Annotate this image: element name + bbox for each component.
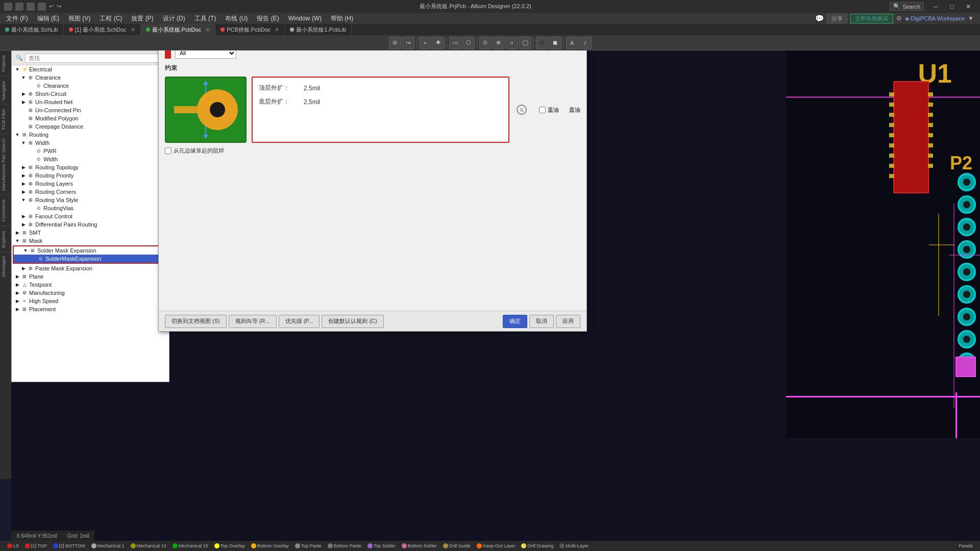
redo-icon[interactable]: ↪ (57, 3, 61, 10)
poly-btn[interactable]: ⬡ (462, 37, 475, 49)
expand-arrow[interactable]: ▶ (20, 181, 27, 186)
tree-width-item[interactable]: ⊙ Width (12, 155, 169, 163)
test-btn[interactable]: ≈ (506, 37, 518, 49)
menu-place[interactable]: 放置 (P) (127, 13, 157, 24)
layer-keep-out[interactable]: Keep-Out Layer (474, 541, 519, 551)
soldermask-checkbox-1[interactable] (539, 107, 546, 113)
chat-icon[interactable]: 💬 (815, 14, 824, 22)
add-btn[interactable]: + (419, 37, 431, 49)
tree-testpoint[interactable]: ▶ △ Testpoint (12, 281, 169, 289)
nav-mfr-search[interactable]: Manufacturer Part Search (0, 134, 11, 195)
expand-arrow[interactable]: ▶ (20, 91, 27, 96)
tree-routing-topology[interactable]: ▶ ⊞ Routing Topology (12, 163, 169, 171)
expand-icon[interactable]: ▼ (968, 15, 974, 22)
nav-pcb-filter[interactable]: PCB Filter (0, 104, 11, 134)
tree-placement[interactable]: ▶ ⊞ Placement (12, 305, 169, 313)
cancel-button[interactable]: 取消 (529, 315, 554, 328)
tree-manufacturing[interactable]: ▶ ⚙ Manufacturing (12, 289, 169, 297)
expand-arrow[interactable]: ▼ (22, 248, 29, 253)
tree-high-speed[interactable]: ▶ ≈ High Speed (12, 297, 169, 305)
tree-electrical[interactable]: ▼ ⚡ Electrical (12, 65, 169, 73)
expand-arrow[interactable]: ▶ (20, 189, 27, 194)
tree-short-circuit[interactable]: ▶ ⊞ Short-Circuit (12, 90, 169, 98)
nav-comments[interactable]: Comments (0, 195, 11, 226)
settings-icon[interactable]: ⚙ (896, 15, 902, 22)
buy-button[interactable]: 立即在线购买 (850, 14, 893, 23)
ok-button[interactable]: 确定 (503, 315, 527, 328)
layer-1-top[interactable]: [1] TOP (22, 541, 50, 551)
filter-btn[interactable]: ⊘ (389, 37, 401, 49)
tab-pcbpinboard[interactable]: PCB拼板.PcbDoc ✕ (215, 24, 285, 35)
expand-arrow[interactable]: ▶ (20, 214, 27, 219)
expand-arrow[interactable]: ▶ (20, 266, 27, 271)
menu-project[interactable]: 工程 (C) (95, 13, 126, 24)
layer-bottom-paste[interactable]: Bottom Paste (325, 541, 364, 551)
expand-arrow[interactable]: ▼ (20, 75, 27, 80)
tab-schlib[interactable]: 最小系统板.SchLib (0, 24, 64, 35)
menu-view[interactable]: 视图 (V) (64, 13, 94, 24)
layer-bottom-overlay[interactable]: Bottom Overlay (248, 541, 292, 551)
tree-routing[interactable]: ▼ ⊞ Routing (12, 131, 169, 139)
expand-arrow[interactable]: ▶ (14, 307, 21, 312)
expand-arrow[interactable]: ▼ (14, 238, 21, 243)
menu-tools[interactable]: 工具 (T) (190, 13, 220, 24)
layer-top-paste[interactable]: Top Paste (292, 541, 325, 551)
menu-window[interactable]: Window (W) (284, 14, 326, 23)
tab-close[interactable]: ✕ (275, 27, 279, 33)
tree-routing-layers[interactable]: ▶ ⊞ Routing Layers (12, 180, 169, 188)
expand-arrow[interactable]: ▼ (14, 67, 21, 72)
undo-icon[interactable]: ↩ (49, 3, 54, 10)
menu-file[interactable]: 文件 (F) (2, 13, 32, 24)
priority-button[interactable]: 优先级 (P... (279, 315, 320, 328)
tab-close[interactable]: ✕ (205, 27, 210, 33)
tree-routing-via-style[interactable]: ▼ ⊞ Routing Via Style (12, 196, 169, 204)
tree-soldermaskexpansion[interactable]: ⊙ SolderMaskExpansion (14, 255, 167, 263)
minimize-button[interactable]: ─ (928, 0, 943, 13)
rect-btn[interactable]: ▭ (449, 37, 461, 49)
drc-btn[interactable]: ⬛ (536, 37, 548, 49)
menu-help[interactable]: 帮助 (H) (327, 13, 357, 24)
share-button[interactable]: 分享 (827, 14, 847, 23)
search-bar[interactable]: 🔍 Search (890, 2, 924, 11)
tree-plane[interactable]: ▶ ⊞ Plane (12, 272, 169, 281)
tree-fanout-control[interactable]: ▶ ⊞ Fanout Control (12, 212, 169, 220)
panels-button[interactable]: Panels (955, 541, 976, 551)
layer-ls[interactable]: LS (4, 541, 22, 551)
layer-drill-guide[interactable]: Drill Guide (440, 541, 474, 551)
menu-report[interactable]: 报告 (E) (253, 13, 283, 24)
layer-mech15[interactable]: Mechanical 15 (169, 541, 211, 551)
tree-pwr[interactable]: ⊙ PWR (12, 147, 169, 155)
maximize-button[interactable]: □ (944, 0, 960, 13)
switch-doc-view-button[interactable]: 切换到文档视图 (S) (165, 315, 227, 328)
tab-schdoc[interactable]: [1] 最小系统.SchDoc ✕ (64, 24, 141, 35)
hole-edge-checkbox[interactable] (165, 147, 172, 154)
tree-smt[interactable]: ▶ ⊞ SMT (12, 229, 169, 237)
layer-drill-drawing[interactable]: Drill Drawing (518, 541, 556, 551)
route-btn[interactable]: ↝ (402, 37, 414, 49)
tree-creepage-distance[interactable]: ⊞ Creepage Distance (12, 122, 169, 131)
rule-search-input[interactable] (25, 54, 165, 63)
menu-route[interactable]: 布线 (U) (221, 13, 252, 24)
expand-arrow[interactable]: ▼ (14, 132, 21, 137)
close-button[interactable]: ✕ (961, 0, 976, 13)
layer-bottom-solder[interactable]: Bottom Solder (399, 541, 440, 551)
expand-arrow[interactable]: ▶ (14, 274, 21, 279)
tab-pcblib[interactable]: 最小系统板1.PcbLib (285, 24, 352, 35)
rule-tree[interactable]: ▼ ⚡ Electrical ▼ ⊞ Clearance ⊙ Clearance… (12, 65, 169, 382)
tab-close[interactable]: ✕ (131, 27, 135, 33)
tree-width[interactable]: ▼ ⊞ Width (12, 139, 169, 147)
tree-clearance-item[interactable]: ⊙ Clearance (12, 82, 169, 90)
place-btn[interactable]: ◯ (519, 37, 531, 49)
layer-multi[interactable]: Multi-Layer (556, 541, 592, 551)
tree-mask[interactable]: ▼ ⊞ Mask (12, 237, 169, 245)
layer-top-overlay[interactable]: Top Overlay (211, 541, 248, 551)
tree-routing-corners[interactable]: ▶ ⊞ Routing Corners (12, 188, 169, 196)
tree-un-routed-net[interactable]: ▶ ⊞ Un-Routed Net (12, 98, 169, 106)
expand-arrow[interactable]: ▼ (20, 140, 27, 145)
menu-design[interactable]: 设计 (D) (159, 13, 189, 24)
nav-explorer[interactable]: Explorer (0, 226, 11, 252)
expand-arrow[interactable]: ▶ (14, 230, 21, 235)
expand-arrow[interactable]: ▶ (20, 165, 27, 170)
layer-mech1[interactable]: Mechanical 1 (88, 541, 128, 551)
layer-mech13[interactable]: Mechanical 13 (128, 541, 169, 551)
